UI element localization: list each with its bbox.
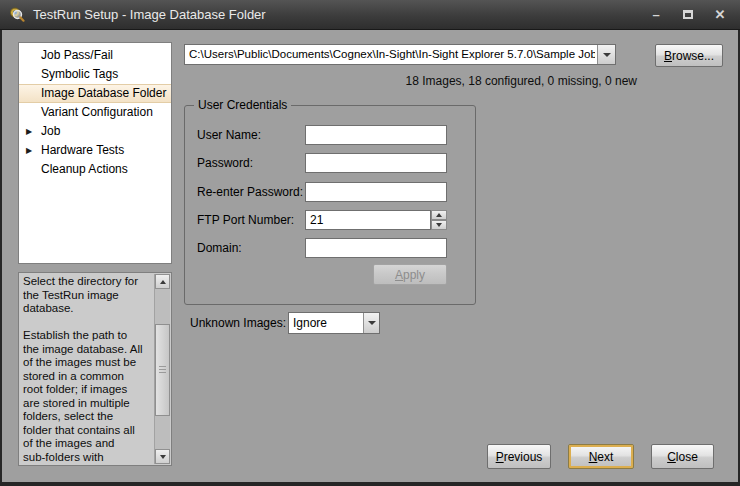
sidebar-item-label: Job Pass/Fail	[41, 48, 113, 62]
password-label: Password:	[197, 156, 253, 170]
user-credentials-group: User Credentials User Name: Password: Re…	[184, 105, 476, 305]
sidebar-item-label: Image Database Folder	[41, 86, 166, 100]
previous-button[interactable]: Previous	[487, 444, 551, 469]
ftp-port-input[interactable]	[305, 210, 431, 230]
unknown-images-dropdown[interactable]: Ignore	[288, 312, 380, 334]
title-bar: TestRun Setup - Image Database Folder – …	[0, 0, 740, 30]
window-title: TestRun Setup - Image Database Folder	[33, 7, 266, 22]
sidebar-item-job-pass-fail[interactable]: Job Pass/Fail	[19, 46, 171, 65]
expand-arrow-icon[interactable]: ▶	[26, 141, 32, 160]
scroll-up-icon[interactable]	[155, 274, 170, 289]
image-database-path-combobox[interactable]: C:\Users\Public\Documents\Cognex\In-Sigh…	[184, 44, 616, 65]
sidebar-item-label: Hardware Tests	[41, 143, 124, 157]
description-text: Select the directory for the TestRun ima…	[23, 275, 152, 465]
path-dropdown-icon[interactable]	[597, 45, 615, 64]
sidebar-item-cleanup-actions[interactable]: Cleanup Actions	[19, 160, 171, 179]
app-magnifier-icon	[8, 6, 25, 23]
sidebar-item-image-database-folder[interactable]: Image Database Folder	[19, 84, 171, 103]
domain-label: Domain:	[197, 241, 242, 255]
sidebar-item-label: Job	[41, 124, 60, 138]
spinner-up-icon[interactable]	[431, 210, 447, 220]
close-button[interactable]: Close	[651, 444, 714, 469]
unknown-images-label: Unknown Images:	[190, 316, 286, 330]
close-icon[interactable]: ✕	[712, 7, 728, 23]
minimize-icon[interactable]: –	[648, 7, 664, 23]
next-button[interactable]: Next	[568, 444, 634, 469]
unknown-images-value: Ignore	[293, 313, 361, 333]
domain-input[interactable]	[305, 238, 447, 258]
scrollbar-thumb[interactable]	[155, 324, 170, 416]
ftp-port-spinner	[431, 210, 447, 230]
reenter-password-label: Re-enter Password:	[197, 185, 303, 199]
expand-arrow-icon[interactable]: ▶	[26, 122, 32, 141]
user-name-input[interactable]	[305, 125, 447, 145]
user-name-label: User Name:	[197, 128, 261, 142]
sidebar-item-symbolic-tags[interactable]: Symbolic Tags	[19, 65, 171, 84]
sidebar-item-job[interactable]: ▶ Job	[19, 122, 171, 141]
testrun-setup-dialog: TestRun Setup - Image Database Folder – …	[0, 0, 740, 486]
group-title: User Credentials	[194, 98, 291, 112]
unknown-images-dropdown-icon[interactable]	[363, 313, 379, 333]
description-scrollbar[interactable]	[154, 274, 170, 464]
description-box: Select the directory for the TestRun ima…	[18, 272, 172, 466]
scroll-down-icon[interactable]	[155, 449, 170, 464]
maximize-icon[interactable]	[680, 7, 696, 23]
password-input[interactable]	[305, 153, 447, 173]
sidebar-item-variant-configuration[interactable]: Variant Configuration	[19, 103, 171, 122]
reenter-password-input[interactable]	[305, 182, 447, 202]
sidebar-item-label: Variant Configuration	[41, 105, 153, 119]
spinner-down-icon[interactable]	[431, 220, 447, 230]
sidebar-item-label: Symbolic Tags	[41, 67, 118, 81]
setup-category-list: Job Pass/Fail Symbolic Tags Image Databa…	[18, 42, 172, 264]
image-count-status: 18 Images, 18 configured, 0 missing, 0 n…	[184, 74, 637, 88]
sidebar-item-hardware-tests[interactable]: ▶ Hardware Tests	[19, 141, 171, 160]
image-database-path-value: C:\Users\Public\Documents\Cognex\In-Sigh…	[189, 45, 595, 64]
sidebar-item-label: Cleanup Actions	[41, 162, 128, 176]
browse-button[interactable]: Browse...	[655, 44, 723, 67]
apply-button: Apply	[373, 264, 447, 285]
thumb-grip-icon	[159, 366, 166, 373]
ftp-port-label: FTP Port Number:	[197, 213, 294, 227]
